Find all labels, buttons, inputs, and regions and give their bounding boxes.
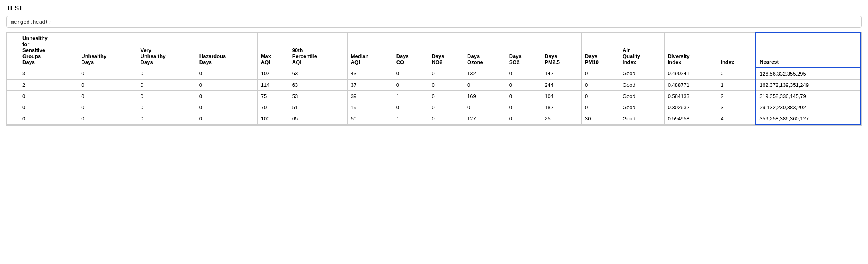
cell-days_ozone: 169 [464, 91, 506, 102]
cell-hazardous: 0 [196, 113, 257, 125]
code-block: merged.head() [6, 16, 862, 28]
cell-days_co: 0 [393, 80, 428, 91]
cell-median_aqi: 19 [347, 102, 393, 113]
cell-days_pm10: 0 [582, 80, 619, 91]
cell-days_ozone: 0 [464, 102, 506, 113]
col-header-percentile-90: 90thPercentileAQI [289, 33, 347, 68]
page-title: TEST [6, 5, 862, 12]
cell-nearest: 319,358,336,145,79 [756, 91, 861, 102]
cell-diversity_index: 0.594958 [664, 113, 717, 125]
cell-percentile_90: 51 [289, 102, 347, 113]
data-table: UnhealthyforSensitiveGroupsDays Unhealth… [7, 32, 861, 125]
cell-median_aqi: 37 [347, 80, 393, 91]
cell-days_pm25: 244 [541, 80, 582, 91]
cell-percentile_90: 65 [289, 113, 347, 125]
cell-nearest: 359,258,386,360,127 [756, 113, 861, 125]
cell-days_no2: 0 [428, 113, 464, 125]
cell-median_aqi: 50 [347, 113, 393, 125]
col-header-diversity-index: DiversityIndex [664, 33, 717, 68]
cell-unhealthy_sensitive: 3 [19, 68, 78, 80]
table-row: 000070511900001820Good0.302632329,132,23… [7, 102, 861, 113]
cell-nearest: 29,132,230,383,202 [756, 102, 861, 113]
cell-hazardous: 0 [196, 102, 257, 113]
cell-index: 3 [717, 102, 756, 113]
cell-unhealthy_days: 0 [78, 68, 137, 80]
col-header-unhealthy-sensitive: UnhealthyforSensitiveGroupsDays [19, 33, 78, 68]
col-header-row-index [7, 33, 19, 68]
cell-very_unhealthy: 0 [137, 80, 196, 91]
cell-index: 2 [717, 91, 756, 102]
col-header-air-quality-index: AirQualityIndex [619, 33, 665, 68]
cell-max_aqi: 70 [257, 102, 289, 113]
cell-percentile_90: 63 [289, 68, 347, 80]
cell-unhealthy_days: 0 [78, 113, 137, 125]
col-header-days-co: DaysCO [393, 33, 428, 68]
cell-days_so2: 0 [506, 102, 541, 113]
cell-diversity_index: 0.584133 [664, 91, 717, 102]
cell-air_quality_index: Good [619, 80, 665, 91]
cell-unhealthy_days: 0 [78, 80, 137, 91]
cell-row_index [7, 113, 19, 125]
cell-days_ozone: 132 [464, 68, 506, 80]
cell-very_unhealthy: 0 [137, 68, 196, 80]
cell-hazardous: 0 [196, 91, 257, 102]
cell-days_pm10: 0 [582, 102, 619, 113]
cell-diversity_index: 0.488771 [664, 80, 717, 91]
col-header-index: Index [717, 33, 756, 68]
cell-days_pm25: 182 [541, 102, 582, 113]
col-header-days-pm25: DaysPM2.5 [541, 33, 582, 68]
cell-unhealthy_sensitive: 0 [19, 102, 78, 113]
cell-hazardous: 0 [196, 80, 257, 91]
cell-row_index [7, 102, 19, 113]
cell-air_quality_index: Good [619, 102, 665, 113]
table-row: 00007553391016901040Good0.5841332319,358… [7, 91, 861, 102]
cell-days_co: 1 [393, 113, 428, 125]
cell-days_so2: 0 [506, 68, 541, 80]
cell-air_quality_index: Good [619, 113, 665, 125]
col-header-nearest: Nearest [756, 33, 861, 68]
cell-max_aqi: 100 [257, 113, 289, 125]
cell-days_pm25: 104 [541, 91, 582, 102]
cell-air_quality_index: Good [619, 91, 665, 102]
cell-unhealthy_sensitive: 0 [19, 113, 78, 125]
cell-days_pm25: 142 [541, 68, 582, 80]
cell-days_so2: 0 [506, 80, 541, 91]
cell-percentile_90: 63 [289, 80, 347, 91]
cell-row_index [7, 68, 19, 80]
cell-unhealthy_days: 0 [78, 102, 137, 113]
cell-days_so2: 0 [506, 91, 541, 102]
cell-unhealthy_sensitive: 2 [19, 80, 78, 91]
table-row: 300010763430013201420Good0.4902410126,56… [7, 68, 861, 80]
cell-days_no2: 0 [428, 80, 464, 91]
table-wrapper: UnhealthyforSensitiveGroupsDays Unhealth… [6, 32, 862, 126]
cell-days_so2: 0 [506, 113, 541, 125]
table-row: 000010065501012702530Good0.5949584359,25… [7, 113, 861, 125]
cell-days_ozone: 0 [464, 80, 506, 91]
col-header-days-ozone: DaysOzone [464, 33, 506, 68]
cell-index: 0 [717, 68, 756, 80]
col-header-max-aqi: MaxAQI [257, 33, 289, 68]
cell-percentile_90: 53 [289, 91, 347, 102]
cell-index: 4 [717, 113, 756, 125]
cell-very_unhealthy: 0 [137, 91, 196, 102]
cell-days_no2: 0 [428, 91, 464, 102]
col-header-hazardous: HazardousDays [196, 33, 257, 68]
col-header-unhealthy-days: UnhealthyDays [78, 33, 137, 68]
cell-unhealthy_sensitive: 0 [19, 91, 78, 102]
cell-days_no2: 0 [428, 102, 464, 113]
col-header-days-so2: DaysSO2 [506, 33, 541, 68]
cell-days_no2: 0 [428, 68, 464, 80]
cell-days_pm10: 0 [582, 68, 619, 80]
cell-hazardous: 0 [196, 68, 257, 80]
col-header-days-pm10: DaysPM10 [582, 33, 619, 68]
cell-index: 1 [717, 80, 756, 91]
cell-max_aqi: 114 [257, 80, 289, 91]
col-header-days-no2: DaysNO2 [428, 33, 464, 68]
cell-very_unhealthy: 0 [137, 113, 196, 125]
cell-row_index [7, 80, 19, 91]
cell-days_pm10: 30 [582, 113, 619, 125]
cell-unhealthy_days: 0 [78, 91, 137, 102]
cell-days_pm25: 25 [541, 113, 582, 125]
cell-nearest: 126,56,332,355,295 [756, 68, 861, 80]
cell-days_co: 0 [393, 68, 428, 80]
